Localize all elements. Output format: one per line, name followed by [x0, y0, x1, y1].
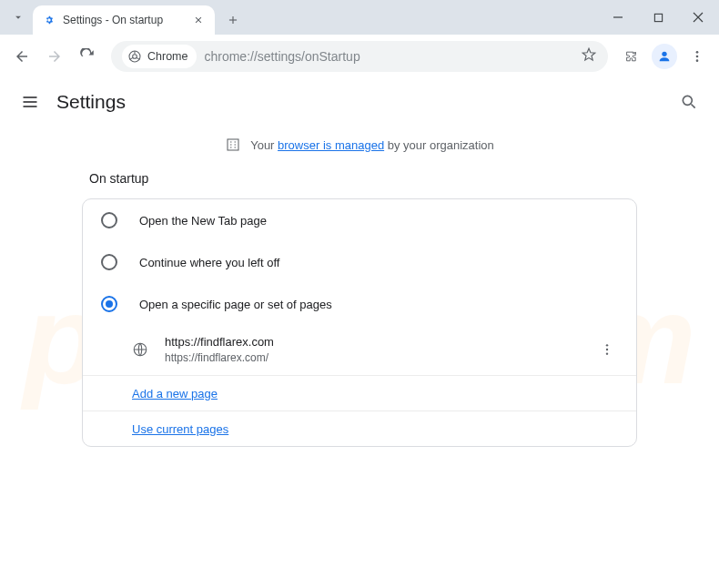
section-heading: On startup: [82, 166, 637, 198]
building-icon: [225, 137, 241, 153]
arrow-left-icon: [14, 48, 30, 65]
avatar: [652, 44, 677, 69]
tab-close-button[interactable]: [191, 13, 206, 27]
add-page-row: Add a new page: [83, 375, 636, 411]
maximize-button[interactable]: [644, 4, 672, 31]
radio-button[interactable]: [101, 296, 117, 312]
radio-option-continue[interactable]: Continue where you left off: [83, 241, 636, 283]
add-page-link[interactable]: Add a new page: [132, 387, 218, 400]
svg-rect-8: [228, 139, 238, 150]
managed-link[interactable]: browser is managed: [278, 138, 384, 152]
puzzle-icon: [623, 48, 640, 65]
tab-search-dropdown[interactable]: [7, 6, 29, 28]
tab-title: Settings - On startup: [63, 14, 185, 26]
radio-label: Continue where you left off: [139, 256, 279, 269]
startup-card: Open the New Tab page Continue where you…: [82, 198, 637, 447]
startup-page-entry: https://findflarex.com https://findflare…: [83, 325, 636, 375]
radio-label: Open the New Tab page: [139, 214, 267, 228]
search-icon: [680, 93, 698, 111]
svg-point-6: [696, 59, 699, 62]
settings-menu-button[interactable]: [20, 92, 40, 112]
svg-point-4: [696, 51, 699, 54]
radio-button[interactable]: [101, 212, 117, 228]
site-chip[interactable]: Chrome: [122, 45, 197, 68]
svg-point-12: [606, 353, 608, 355]
settings-search-button[interactable]: [679, 92, 699, 112]
menu-button[interactable]: [683, 42, 712, 71]
startup-page-text: https://findflarex.com https://findflare…: [165, 334, 580, 366]
svg-point-3: [662, 52, 666, 56]
chevron-down-icon: [12, 11, 25, 24]
close-icon: [194, 15, 203, 25]
window-controls: [604, 0, 712, 35]
kebab-icon: [600, 342, 614, 357]
settings-header: Settings: [0, 78, 719, 126]
forward-button[interactable]: [40, 42, 69, 71]
maximize-icon: [653, 13, 663, 23]
svg-rect-0: [654, 14, 662, 21]
back-button[interactable]: [7, 42, 36, 71]
entry-menu-button[interactable]: [596, 339, 618, 360]
startup-page-title: https://findflarex.com: [165, 334, 580, 350]
bookmark-button[interactable]: [581, 46, 597, 66]
kebab-icon: [690, 49, 704, 64]
radio-label: Open a specific page or set of pages: [139, 298, 332, 311]
arrow-right-icon: [46, 48, 63, 65]
page-title: Settings: [56, 91, 126, 113]
url-text: chrome://settings/onStartup: [204, 49, 573, 64]
gear-icon: [42, 13, 56, 27]
radio-option-newtab[interactable]: Open the New Tab page: [83, 199, 636, 241]
svg-point-2: [133, 55, 137, 59]
person-icon: [657, 49, 672, 64]
address-bar[interactable]: Chrome chrome://settings/onStartup: [111, 41, 608, 72]
svg-point-10: [606, 345, 608, 347]
browser-tab[interactable]: Settings - On startup: [33, 5, 215, 35]
plus-icon: [227, 14, 239, 26]
hamburger-icon: [21, 93, 39, 111]
extensions-button[interactable]: [617, 42, 646, 71]
managed-banner: Your browser is managed by your organiza…: [0, 126, 719, 166]
radio-button[interactable]: [101, 254, 117, 270]
startup-page-url: https://findflarex.com/: [165, 350, 580, 366]
star-icon: [581, 46, 597, 63]
minimize-icon: [613, 12, 623, 23]
reload-icon: [79, 48, 96, 65]
chrome-logo-icon: [127, 49, 142, 64]
tab-strip: Settings - On startup: [0, 0, 719, 35]
settings-content: On startup Open the New Tab page Continu…: [0, 166, 719, 447]
svg-point-5: [696, 56, 699, 58]
svg-point-11: [606, 349, 608, 350]
minimize-button[interactable]: [604, 4, 632, 31]
profile-button[interactable]: [650, 42, 679, 71]
close-icon: [693, 12, 704, 23]
managed-text: Your browser is managed by your organiza…: [250, 138, 494, 152]
radio-option-specific[interactable]: Open a specific page or set of pages: [83, 283, 636, 325]
close-window-button[interactable]: [684, 4, 712, 31]
globe-icon: [132, 341, 148, 358]
site-chip-label: Chrome: [147, 50, 187, 63]
use-current-link[interactable]: Use current pages: [132, 422, 228, 436]
use-current-row: Use current pages: [83, 411, 636, 446]
svg-point-7: [683, 96, 692, 105]
new-tab-button[interactable]: [220, 7, 246, 33]
reload-button[interactable]: [73, 42, 102, 71]
browser-toolbar: Chrome chrome://settings/onStartup: [0, 35, 719, 78]
